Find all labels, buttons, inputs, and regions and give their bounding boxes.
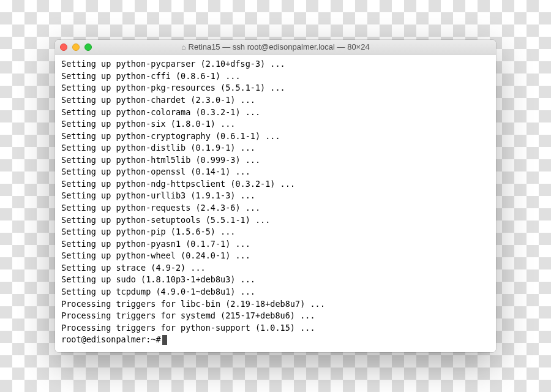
maximize-button[interactable] — [84, 43, 92, 51]
terminal-line: Setting up python-setuptools (5.5.1-1) .… — [61, 214, 490, 227]
terminal-line: Setting up python-openssl (0.14-1) ... — [61, 166, 490, 178]
terminal-line: Setting up strace (4.9-2) ... — [61, 262, 490, 274]
terminal-line: Setting up python-pkg-resources (5.5.1-1… — [61, 82, 490, 94]
terminal-line: Setting up python-chardet (2.3.0-1) ... — [61, 94, 490, 107]
terminal-line: Setting up python-cffi (0.8.6-1) ... — [61, 70, 490, 83]
terminal-window: ⌂ Retina15 — ssh root@edisonpalmer.local… — [55, 40, 496, 352]
minimize-button[interactable] — [72, 43, 80, 51]
home-icon: ⌂ — [181, 43, 186, 51]
titlebar[interactable]: ⌂ Retina15 — ssh root@edisonpalmer.local… — [55, 40, 496, 55]
window-title-text: Retina15 — ssh root@edisonpalmer.local —… — [189, 42, 370, 51]
terminal-line: Processing triggers for python-support (… — [61, 322, 490, 334]
terminal-line: Setting up python-wheel (0.24.0-1) ... — [61, 250, 490, 262]
terminal-line: Setting up python-pip (1.5.6-5) ... — [61, 226, 490, 238]
terminal-line: Setting up python-pycparser (2.10+dfsg-3… — [61, 58, 490, 70]
close-button[interactable] — [60, 43, 67, 51]
terminal-line: Setting up python-cryptography (0.6.1-1)… — [61, 130, 490, 143]
terminal-line: Setting up python-html5lib (0.999-3) ... — [61, 154, 490, 167]
terminal-line: Processing triggers for systemd (215-17+… — [61, 310, 490, 322]
terminal-line: Setting up python-urllib3 (1.9.1-3) ... — [61, 190, 490, 202]
window-title: ⌂ Retina15 — ssh root@edisonpalmer.local… — [55, 42, 496, 51]
terminal-line: Setting up python-ndg-httpsclient (0.3.2… — [61, 178, 490, 190]
terminal-body[interactable]: Setting up python-pycparser (2.10+dfsg-3… — [55, 55, 496, 352]
terminal-line: Setting up python-distlib (0.1.9-1) ... — [61, 142, 490, 154]
cursor — [162, 335, 167, 345]
terminal-line: Setting up sudo (1.8.10p3-1+deb8u3) ... — [61, 274, 490, 286]
terminal-line: Setting up tcpdump (4.9.0-1~deb8u1) ... — [61, 286, 490, 298]
terminal-line: Setting up python-six (1.8.0-1) ... — [61, 118, 490, 130]
terminal-line: Setting up python-colorama (0.3.2-1) ... — [61, 107, 490, 119]
prompt-text: root@edisonpalmer:~# — [61, 334, 161, 346]
terminal-line: Setting up python-pyasn1 (0.1.7-1) ... — [61, 238, 490, 251]
terminal-line: Processing triggers for libc-bin (2.19-1… — [61, 298, 490, 311]
traffic-lights — [60, 43, 92, 51]
terminal-line: Setting up python-requests (2.4.3-6) ... — [61, 202, 490, 214]
prompt-line[interactable]: root@edisonpalmer:~# — [61, 334, 490, 346]
